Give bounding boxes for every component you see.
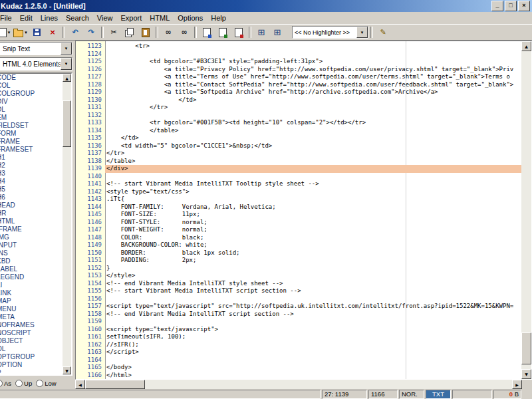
element-item-meta[interactable]: META xyxy=(0,313,71,321)
element-item-h3[interactable]: H3 xyxy=(0,170,71,178)
element-item-map[interactable]: MAP xyxy=(0,297,71,305)
paste-button[interactable] xyxy=(138,26,154,39)
code-line-1159[interactable]: 1159 xyxy=(76,318,521,326)
code-line-1136[interactable]: 1136 <td width="5" bgcolor="C1CCE1">&nbs… xyxy=(76,142,521,150)
maximize-button[interactable]: □ xyxy=(505,1,517,11)
code-line-1162[interactable]: 1162//sIFR(); xyxy=(76,341,521,349)
code-line-1130[interactable]: 1130 </td> xyxy=(76,96,521,104)
highlighter-combobox[interactable]: << No Highlighter >> ▼ xyxy=(292,26,368,39)
code-line-1160[interactable]: 1160<script type="text/javascript"> xyxy=(76,326,521,334)
element-item-noframes[interactable]: NOFRAMES xyxy=(0,321,71,329)
element-item-link[interactable]: LINK xyxy=(0,289,71,297)
editor-horizontal-scrollbar[interactable]: ◀ ▶ xyxy=(75,380,522,389)
element-item-colgroup[interactable]: COLGROUP xyxy=(0,90,71,98)
code-line-1134[interactable]: 1134 </table> xyxy=(76,127,521,135)
code-line-1152[interactable]: 1152} xyxy=(76,265,521,273)
redo-button[interactable]: ↷ xyxy=(83,26,99,39)
code-line-1146[interactable]: 1146 FONT-STYLE: normal; xyxy=(76,219,521,227)
element-item-option[interactable]: OPTION xyxy=(0,361,71,369)
element-item-menu[interactable]: MENU xyxy=(0,305,71,313)
menu-item-options[interactable]: Options xyxy=(174,13,207,23)
element-group-combobox[interactable]: HTML 4.0 Elements ▼ xyxy=(0,57,72,70)
code-line-1145[interactable]: 1145 FONT-SIZE: 11px; xyxy=(76,211,521,219)
resize-grip[interactable] xyxy=(523,390,532,399)
element-item-code[interactable]: CODE xyxy=(0,74,71,82)
code-line-1163[interactable]: 1163</script> xyxy=(76,348,521,356)
code-line-1165[interactable]: 1165</body> xyxy=(76,364,521,372)
code-line-1156[interactable]: 1156 xyxy=(76,295,521,303)
scroll-up-icon[interactable]: ▲ xyxy=(521,41,531,51)
element-item-kbd[interactable]: KBD xyxy=(0,257,71,265)
element-item-object[interactable]: OBJECT xyxy=(0,337,71,345)
code-line-1158[interactable]: 1158<!-- end Vibrant Media IntelliTXT sc… xyxy=(76,311,521,319)
element-item-frameset[interactable]: FRAMESET xyxy=(0,146,71,154)
menu-item-view[interactable]: View xyxy=(93,13,117,23)
close-file-button[interactable]: × xyxy=(45,26,61,39)
element-item-input[interactable]: INPUT xyxy=(0,241,71,249)
element-item-h4[interactable]: H4 xyxy=(0,178,71,186)
code-line-1138[interactable]: 1138</table> xyxy=(76,158,521,166)
code-line-1153[interactable]: 1153</style> xyxy=(76,272,521,280)
code-line-1127[interactable]: 1127 <a title="Terms of Use" href="http:… xyxy=(76,73,521,81)
code-line-1125[interactable]: 1125 <td bgcolor="#B3C3E1" style="paddin… xyxy=(76,58,521,66)
element-item-col[interactable]: COL xyxy=(0,82,71,90)
minimize-button[interactable]: _ xyxy=(491,1,503,11)
copy-button[interactable] xyxy=(122,26,138,39)
find-button[interactable]: ∞ xyxy=(160,26,176,39)
find-replace-button[interactable]: ∞ xyxy=(176,26,192,39)
page-preview-button[interactable] xyxy=(199,26,215,39)
menu-item-file[interactable]: File xyxy=(0,13,16,23)
element-item-h5[interactable]: H5 xyxy=(0,186,71,194)
combo-arrow-icon[interactable]: ▼ xyxy=(61,43,72,55)
scroll-left-icon[interactable]: ◀ xyxy=(75,380,85,389)
code-line-1150[interactable]: 1150 BORDER: black 1px solid; xyxy=(76,249,521,257)
element-item-fieldset[interactable]: FIELDSET xyxy=(0,122,71,130)
menu-item-help[interactable]: Help xyxy=(207,13,230,23)
editor-vertical-scrollbar[interactable]: ▲ ▼ xyxy=(521,41,531,379)
code-line-1161[interactable]: 1161setTimeout(sIFR, 100); xyxy=(76,333,521,341)
element-item-form[interactable]: FORM xyxy=(0,130,71,138)
elements-listbox[interactable]: CODECOLCOLGROUPDIVDLEMFIELDSETFORMFRAMEF… xyxy=(0,72,72,376)
code-line-1144[interactable]: 1144 FONT-FAMILY: Verdana, Arial, Helvet… xyxy=(76,203,521,211)
case-option-as[interactable]: As xyxy=(0,380,11,387)
code-line-1128[interactable]: 1128 <a title="Contact SoftPedia" href="… xyxy=(76,81,521,89)
code-line-1129[interactable]: 1129 <a title="Softpedia Archive" href="… xyxy=(76,88,521,96)
case-option-up[interactable]: Up xyxy=(15,380,32,387)
menu-item-edit[interactable]: Edit xyxy=(16,13,37,23)
menu-item-lines[interactable]: Lines xyxy=(37,13,62,23)
code-line-1137[interactable]: 1137</tr> xyxy=(76,150,521,158)
print-button[interactable] xyxy=(231,26,247,39)
code-line-1131[interactable]: 1131 </tr> xyxy=(76,104,521,112)
elements-list-scrollbar[interactable]: ▲ ▼ xyxy=(63,74,71,374)
element-item-h2[interactable]: H2 xyxy=(0,162,71,170)
code-line-1147[interactable]: 1147 FONT-WEIGHT: normal; xyxy=(76,226,521,234)
code-line-1154[interactable]: 1154<!-- end Vibrant Media IntelliTXT st… xyxy=(76,280,521,288)
element-item-li[interactable]: LI xyxy=(0,281,71,289)
save-file-button[interactable] xyxy=(29,26,45,39)
code-line-1124[interactable]: 1124 xyxy=(76,51,521,59)
code-line-1123[interactable]: 1123 <tr> xyxy=(76,43,521,51)
close-window-button[interactable]: × xyxy=(518,1,530,11)
code-editor[interactable]: 1123 <tr>11241125 <td bgcolor="#B3C3E1" … xyxy=(75,41,532,380)
cut-button[interactable]: ✂ xyxy=(106,26,122,39)
element-item-p[interactable]: P xyxy=(0,369,71,376)
code-line-1155[interactable]: 1155<!-- start Vibrant Media IntelliTXT … xyxy=(76,287,521,295)
element-item-ins[interactable]: INS xyxy=(0,249,71,257)
combo-arrow-icon[interactable]: ▼ xyxy=(61,58,72,70)
browser-preview-button[interactable] xyxy=(215,26,231,39)
new-file-button[interactable]: ▼ xyxy=(0,26,13,39)
code-line-1157[interactable]: 1157<script type="text/javascript" src="… xyxy=(76,303,521,311)
highlight-pen-button[interactable]: ✎ xyxy=(375,26,391,39)
open-file-button[interactable]: ▼ xyxy=(13,26,29,39)
scroll-right-icon[interactable]: ▶ xyxy=(512,380,522,389)
code-line-1133[interactable]: 1133 <tr bgcolor="#001F5B"><td height="1… xyxy=(76,119,521,127)
element-item-img[interactable]: IMG xyxy=(0,233,71,241)
element-item-div[interactable]: DIV xyxy=(0,98,71,106)
menu-item-html[interactable]: HTML xyxy=(146,13,174,23)
code-line-1149[interactable]: 1149 BACKGROUND-COLOR: white; xyxy=(76,241,521,249)
element-item-dl[interactable]: DL xyxy=(0,106,71,114)
code-line-1143[interactable]: 1143.iTt{ xyxy=(76,196,521,203)
insert-form-button[interactable]: ⊞ xyxy=(269,26,285,39)
scrollbar-thumb[interactable] xyxy=(85,380,145,389)
scroll-down-icon[interactable]: ▼ xyxy=(63,366,71,374)
